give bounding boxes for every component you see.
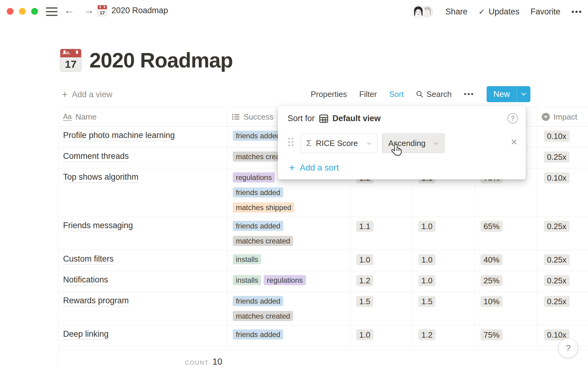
page-calendar-icon[interactable]: JUL 17 xyxy=(60,49,81,71)
cell-metric[interactable]: 25% xyxy=(475,271,537,292)
table-view-icon xyxy=(319,114,328,123)
cell-metric[interactable]: 1.2 xyxy=(351,271,413,292)
properties-button[interactable]: Properties xyxy=(311,90,347,99)
cell-metric[interactable]: 1.0 xyxy=(413,250,475,271)
cell-impact[interactable]: 0.10x xyxy=(537,127,588,147)
column-header-label: Success xyxy=(243,112,273,122)
cell-name[interactable]: Profile photo machine learning xyxy=(58,127,227,147)
cell-impact[interactable]: 0.25x xyxy=(537,292,588,325)
impact-pill: 0.25x xyxy=(544,254,570,265)
add-view-button[interactable]: + Add a view xyxy=(62,89,112,100)
filter-button[interactable]: Filter xyxy=(359,90,377,99)
more-options-icon[interactable]: ••• xyxy=(571,7,582,17)
metric-pill: 65% xyxy=(481,221,503,232)
column-header-name[interactable]: Aa Name xyxy=(58,107,227,126)
cell-name[interactable]: Friends messaging xyxy=(58,217,227,250)
cell-metric[interactable]: 1.0 xyxy=(413,217,475,250)
multiselect-property-icon xyxy=(232,113,240,120)
tag: installs xyxy=(233,275,261,285)
cell-metric[interactable]: 65% xyxy=(475,217,537,250)
back-arrow-icon[interactable]: ← xyxy=(62,4,76,16)
cell-metric[interactable]: 40% xyxy=(475,250,537,271)
table-row[interactable]: Notificationsinstallsregulations1.21.025… xyxy=(58,271,588,292)
tag-group: installs xyxy=(233,254,325,264)
row-title: Top shows algorithm xyxy=(63,172,138,183)
cell-success[interactable]: friends added xyxy=(227,325,351,346)
view-name: Default view xyxy=(333,114,381,123)
cell-success[interactable]: friends addedmatches created xyxy=(227,292,351,325)
updates-button[interactable]: ✓ Updates xyxy=(479,7,520,17)
select-property-icon xyxy=(542,113,550,121)
chevron-down-icon[interactable] xyxy=(517,93,530,96)
new-record-button[interactable]: New xyxy=(487,86,530,102)
notion-window: ← → 17 2020 Roadmap xyxy=(0,0,588,368)
table-row[interactable]: Custom filtersinstalls1.01.040%0.25x xyxy=(58,250,588,271)
add-sort-button[interactable]: + Add a sort xyxy=(289,162,339,174)
cell-success[interactable]: installsregulations xyxy=(227,271,351,292)
table-row[interactable]: Deep linkingfriends added1.01.275%0.10x xyxy=(58,325,588,346)
cell-name[interactable]: Notifications xyxy=(58,271,227,292)
table-row[interactable]: Friends messagingfriends addedmatches cr… xyxy=(58,217,588,250)
row-title: Deep linking xyxy=(63,329,109,340)
cell-success[interactable]: friends addedmatches created xyxy=(227,217,351,250)
cell-metric[interactable]: 1.5 xyxy=(351,292,413,325)
breadcrumb[interactable]: 17 2020 Roadmap xyxy=(97,5,168,16)
table-row[interactable]: Rewards programfriends addedmatches crea… xyxy=(58,292,588,325)
cell-name[interactable]: Deep linking xyxy=(58,325,227,346)
drag-handle-icon[interactable] xyxy=(288,138,293,146)
remove-sort-icon[interactable]: × xyxy=(511,136,517,148)
check-icon: ✓ xyxy=(479,7,485,16)
close-window-button[interactable] xyxy=(7,8,13,15)
sort-field-select[interactable]: Σ RICE Score xyxy=(300,133,377,153)
cell-impact[interactable]: 0.10x xyxy=(537,168,588,217)
tag: friends added xyxy=(233,187,283,197)
cell-metric[interactable]: 75% xyxy=(475,325,537,346)
metric-pill: 1.5 xyxy=(418,296,435,307)
cell-metric[interactable]: 1.0 xyxy=(351,325,413,346)
cell-impact[interactable]: 0.25x xyxy=(537,250,588,271)
impact-pill: 0.25x xyxy=(544,296,570,307)
cell-impact[interactable]: 0.25x xyxy=(537,217,588,250)
metric-pill: 75% xyxy=(481,329,503,340)
cell-success[interactable]: installs xyxy=(227,250,351,271)
minimize-window-button[interactable] xyxy=(19,8,26,15)
help-icon[interactable]: ? xyxy=(507,113,518,124)
add-view-label: Add a view xyxy=(72,90,112,99)
tag: friends added xyxy=(233,131,283,141)
cursor-pointer-icon xyxy=(391,144,404,158)
cell-metric[interactable]: 1.0 xyxy=(413,271,475,292)
impact-pill: 0.10x xyxy=(544,172,570,183)
sort-button[interactable]: Sort xyxy=(389,90,404,99)
tag: friends added xyxy=(233,329,283,339)
search-icon xyxy=(416,90,423,98)
zoom-window-button[interactable] xyxy=(31,8,38,15)
count-label: COUNT xyxy=(185,359,209,366)
cell-metric[interactable]: 1.2 xyxy=(413,325,475,346)
tag-group: friends addedmatches created xyxy=(233,221,325,246)
column-header-label: Impact xyxy=(553,112,577,122)
view-more-options-icon[interactable]: ••• xyxy=(464,90,474,98)
cell-metric[interactable]: 1.1 xyxy=(351,217,413,250)
new-button-label: New xyxy=(487,90,517,99)
cell-name[interactable]: Top shows algorithm xyxy=(58,168,227,217)
cell-impact[interactable]: 0.25x xyxy=(537,271,588,292)
cell-name[interactable]: Rewards program xyxy=(58,292,227,325)
forward-arrow-icon[interactable]: → xyxy=(82,4,96,16)
cell-metric[interactable]: 10% xyxy=(475,292,537,325)
share-button[interactable]: Share xyxy=(446,7,468,17)
favorite-button[interactable]: Favorite xyxy=(530,7,560,17)
cell-metric[interactable]: 1.0 xyxy=(351,250,413,271)
search-label: Search xyxy=(426,90,451,99)
help-button[interactable]: ? xyxy=(559,339,578,358)
cell-name[interactable]: Comment threads xyxy=(58,148,227,168)
cell-metric[interactable]: 1.5 xyxy=(413,292,475,325)
column-header-impact[interactable]: Impact xyxy=(537,107,588,126)
title-property-icon: Aa xyxy=(63,113,72,121)
cell-name[interactable]: Custom filters xyxy=(58,250,227,271)
metric-pill: 1.1 xyxy=(356,221,373,232)
cell-impact[interactable]: 0.25x xyxy=(537,148,588,168)
titlebar: ← → 17 2020 Roadmap xyxy=(0,0,588,23)
sidebar-menu-icon[interactable] xyxy=(46,7,58,16)
sort-for-label: Sort for xyxy=(288,114,315,123)
search-button[interactable]: Search xyxy=(416,90,451,99)
